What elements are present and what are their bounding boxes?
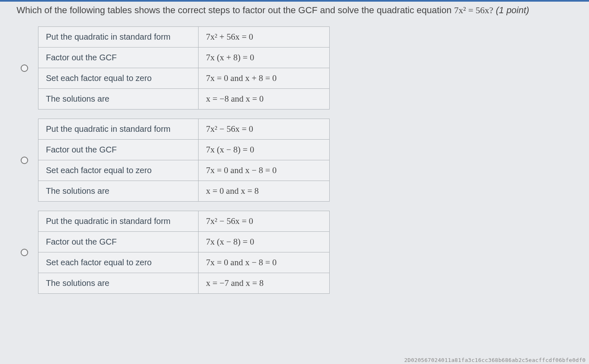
- row-value: x = −7 and x = 8: [199, 273, 330, 294]
- row-label: Factor out the GCF: [38, 232, 199, 252]
- row-value: 7x (x − 8) = 0: [199, 140, 330, 160]
- table-row: Set each factor equal to zero 7x = 0 and…: [38, 160, 330, 181]
- row-label: Set each factor equal to zero: [38, 252, 199, 273]
- row-value: 7x = 0 and x − 8 = 0: [199, 252, 330, 273]
- row-value: 7x² − 56x = 0: [199, 119, 330, 140]
- table-row: Factor out the GCF 7x (x − 8) = 0: [38, 232, 330, 252]
- table-row: The solutions are x = −7 and x = 8: [38, 273, 330, 294]
- radio-icon[interactable]: [21, 64, 28, 72]
- row-label: Set each factor equal to zero: [38, 68, 199, 89]
- row-label: Put the quadratic in standard form: [38, 119, 199, 140]
- radio-icon[interactable]: [21, 249, 28, 256]
- options-list: Put the quadratic in standard form 7x² +…: [17, 18, 572, 294]
- table-row: Put the quadratic in standard form 7x² −…: [38, 119, 330, 140]
- row-label: The solutions are: [38, 181, 199, 202]
- table-row: Put the quadratic in standard form 7x² +…: [38, 27, 330, 48]
- row-value: x = −8 and x = 0: [199, 89, 330, 109]
- table-row: The solutions are x = −8 and x = 0: [38, 89, 330, 109]
- row-label: Factor out the GCF: [38, 140, 199, 160]
- row-value: 7x² − 56x = 0: [199, 211, 330, 232]
- footer-hash: 2D020567024011a81fa3c16cc368b686ab2c5eac…: [404, 357, 586, 363]
- row-value: x = 0 and x = 8: [199, 181, 330, 202]
- option-1-table: Put the quadratic in standard form 7x² +…: [38, 26, 330, 109]
- question-stem: Which of the following tables shows the …: [17, 2, 572, 18]
- option-2-table: Put the quadratic in standard form 7x² −…: [38, 119, 330, 202]
- table-row: Factor out the GCF 7x (x − 8) = 0: [38, 140, 330, 160]
- row-label: Factor out the GCF: [38, 48, 199, 68]
- question-points: (1 point): [496, 5, 529, 15]
- option-3-table: Put the quadratic in standard form 7x² −…: [38, 211, 330, 294]
- row-label: The solutions are: [38, 273, 199, 294]
- row-value: 7x = 0 and x + 8 = 0: [199, 68, 330, 89]
- table-row: Factor out the GCF 7x (x + 8) = 0: [38, 48, 330, 68]
- table-row: The solutions are x = 0 and x = 8: [38, 181, 330, 202]
- page: Which of the following tables shows the …: [0, 2, 589, 307]
- table-row: Set each factor equal to zero 7x = 0 and…: [38, 68, 330, 89]
- option-3[interactable]: Put the quadratic in standard form 7x² −…: [21, 211, 572, 294]
- row-value: 7x = 0 and x − 8 = 0: [199, 160, 330, 181]
- option-1[interactable]: Put the quadratic in standard form 7x² +…: [21, 26, 572, 109]
- row-value: 7x (x − 8) = 0: [199, 232, 330, 252]
- row-label: Put the quadratic in standard form: [38, 211, 199, 232]
- row-value: 7x (x + 8) = 0: [199, 48, 330, 68]
- radio-icon[interactable]: [21, 157, 28, 164]
- row-label: Put the quadratic in standard form: [38, 27, 199, 48]
- row-label: Set each factor equal to zero: [38, 160, 199, 181]
- question-equation: 7x² = 56x?: [454, 5, 493, 15]
- question-text: Which of the following tables shows the …: [17, 5, 454, 15]
- option-2[interactable]: Put the quadratic in standard form 7x² −…: [21, 119, 572, 202]
- row-label: The solutions are: [38, 89, 199, 109]
- table-row: Put the quadratic in standard form 7x² −…: [38, 211, 330, 232]
- table-row: Set each factor equal to zero 7x = 0 and…: [38, 252, 330, 273]
- row-value: 7x² + 56x = 0: [199, 27, 330, 48]
